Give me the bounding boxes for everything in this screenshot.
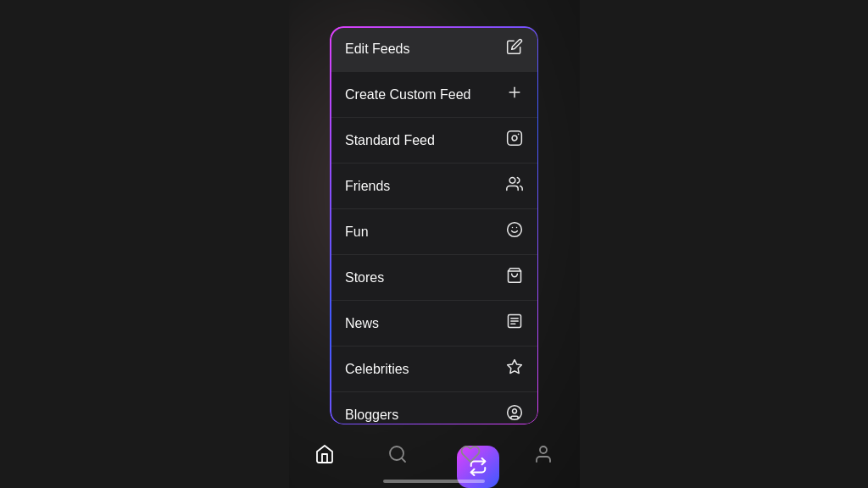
svg-point-4 xyxy=(518,134,520,136)
home-icon xyxy=(314,444,335,464)
svg-rect-2 xyxy=(508,131,522,146)
bloggers-item[interactable]: Bloggers xyxy=(330,392,538,425)
edit-icon xyxy=(506,38,523,59)
phone-container: Edit Feeds Create Custom Feed xyxy=(289,0,580,488)
svg-point-16 xyxy=(513,409,517,413)
heart-icon xyxy=(460,444,481,464)
nav-heart[interactable] xyxy=(452,435,489,473)
stores-item[interactable]: Stores xyxy=(330,255,538,301)
user-circle-icon xyxy=(506,404,523,425)
svg-point-6 xyxy=(508,223,522,237)
search-icon xyxy=(387,444,408,464)
create-custom-feed-item[interactable]: Create Custom Feed xyxy=(330,72,538,118)
home-indicator xyxy=(383,480,485,483)
standard-feed-label: Standard Feed xyxy=(345,133,435,148)
svg-point-3 xyxy=(512,136,517,141)
content-area: Edit Feeds Create Custom Feed xyxy=(289,0,580,488)
nav-search[interactable] xyxy=(379,435,416,473)
edit-feeds-item[interactable]: Edit Feeds xyxy=(330,26,538,72)
users-icon xyxy=(506,175,523,197)
svg-point-23 xyxy=(540,446,547,453)
instagram-icon xyxy=(506,130,523,151)
svg-point-5 xyxy=(509,178,515,184)
news-item[interactable]: News xyxy=(330,301,538,347)
fun-item[interactable]: Fun xyxy=(330,209,538,255)
bloggers-label: Bloggers xyxy=(345,408,398,423)
fun-label: Fun xyxy=(345,225,369,240)
profile-icon xyxy=(533,444,554,464)
stores-label: Stores xyxy=(345,270,384,286)
svg-line-22 xyxy=(402,458,405,462)
star-icon xyxy=(506,358,523,380)
celebrities-item[interactable]: Celebrities xyxy=(330,347,538,392)
friends-item[interactable]: Friends xyxy=(330,164,538,209)
create-custom-feed-label: Create Custom Feed xyxy=(345,87,471,103)
news-label: News xyxy=(345,316,379,331)
smile-icon xyxy=(506,221,523,242)
nav-home[interactable] xyxy=(306,435,343,473)
nav-profile[interactable] xyxy=(525,435,562,473)
plus-icon xyxy=(506,84,523,105)
svg-marker-14 xyxy=(508,360,522,374)
edit-feeds-label: Edit Feeds xyxy=(345,42,409,57)
celebrities-label: Celebrities xyxy=(345,362,409,377)
shopping-bag-icon xyxy=(506,267,523,288)
news-icon xyxy=(506,313,523,334)
standard-feed-item[interactable]: Standard Feed xyxy=(330,118,538,164)
menu-panel: Edit Feeds Create Custom Feed xyxy=(329,25,539,425)
friends-label: Friends xyxy=(345,179,390,194)
svg-point-15 xyxy=(508,406,522,420)
